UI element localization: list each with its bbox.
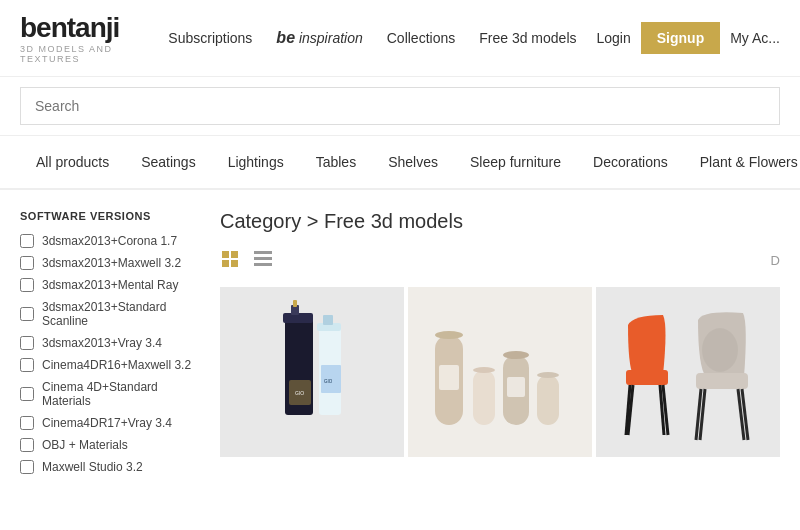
sidebar: SOFTWARE VERSIONS 3dsmax2013+Corona 1.73… [20, 210, 200, 482]
filter-item-c4dstandard[interactable]: Cinema 4D+Standard Materials [20, 380, 200, 408]
list-view-button[interactable] [252, 249, 274, 271]
filter-label-obj: OBJ + Materials [42, 438, 128, 452]
filter-label-mentalray: 3dsmax2013+Mental Ray [42, 278, 178, 292]
svg-rect-4 [254, 251, 272, 254]
filter-checkbox-maxwell32[interactable] [20, 256, 34, 270]
svg-rect-5 [254, 257, 272, 260]
sort-label: D [771, 253, 780, 268]
nav-be-inspiration[interactable]: be inspiration [276, 29, 362, 47]
product-card-chairs[interactable] [596, 287, 780, 457]
filters-container: 3dsmax2013+Corona 1.73dsmax2013+Maxwell … [20, 234, 200, 474]
product-card-candles[interactable] [408, 287, 592, 457]
filter-checkbox-vray34[interactable] [20, 336, 34, 350]
filter-item-corona17[interactable]: 3dsmax2013+Corona 1.7 [20, 234, 200, 248]
filter-label-maxwell32: 3dsmax2013+Maxwell 3.2 [42, 256, 181, 270]
main-nav: Subscriptions be inspiration Collections… [168, 29, 576, 47]
svg-rect-15 [323, 315, 333, 325]
filter-item-maxwell32[interactable]: 3dsmax2013+Maxwell 3.2 [20, 256, 200, 270]
filter-label-c4dr17vray: Cinema4DR17+Vray 3.4 [42, 416, 172, 430]
filter-item-maxwellstudio[interactable]: Maxwell Studio 3.2 [20, 460, 200, 474]
list-icon [254, 251, 272, 269]
filter-checkbox-mentalray[interactable] [20, 278, 34, 292]
filter-item-mentalray[interactable]: 3dsmax2013+Mental Ray [20, 278, 200, 292]
cat-decorations[interactable]: Decorations [577, 136, 684, 188]
product-card-perfume[interactable]: GIO GIO [220, 287, 404, 457]
product-grid: GIO GIO [220, 287, 780, 457]
content-area: SOFTWARE VERSIONS 3dsmax2013+Corona 1.73… [0, 190, 800, 502]
cat-seatings[interactable]: Seatings [125, 136, 211, 188]
svg-rect-6 [254, 263, 272, 266]
sidebar-title: SOFTWARE VERSIONS [20, 210, 200, 222]
my-account-button[interactable]: My Ac... [730, 30, 780, 46]
logo-block: bentanji 3D MODELS AND TEXTURES [20, 12, 138, 64]
logo[interactable]: bentanji [20, 12, 138, 44]
svg-text:GIO: GIO [324, 379, 333, 384]
svg-point-21 [473, 367, 495, 373]
product-area: Category > Free 3d models D [220, 210, 780, 482]
svg-rect-28 [626, 370, 668, 385]
header: bentanji 3D MODELS AND TEXTURES Subscrip… [0, 0, 800, 77]
svg-rect-26 [439, 365, 459, 390]
svg-rect-10 [293, 300, 297, 307]
breadcrumb: Category > Free 3d models [220, 210, 780, 233]
filter-item-c4dr16maxwell[interactable]: Cinema4DR16+Maxwell 3.2 [20, 358, 200, 372]
cat-lightings[interactable]: Lightings [212, 136, 300, 188]
filter-checkbox-c4dr17vray[interactable] [20, 416, 34, 430]
svg-rect-27 [507, 377, 525, 397]
filter-label-scanline: 3dsmax2013+Standard Scanline [42, 300, 200, 328]
grid-view-button[interactable] [220, 249, 242, 271]
filter-checkbox-c4dr16maxwell[interactable] [20, 358, 34, 372]
filter-item-c4dr17vray[interactable]: Cinema4DR17+Vray 3.4 [20, 416, 200, 430]
svg-rect-24 [537, 375, 559, 425]
logo-subtitle: 3D MODELS AND TEXTURES [20, 44, 138, 64]
filter-checkbox-obj[interactable] [20, 438, 34, 452]
search-input[interactable] [20, 87, 780, 125]
filter-item-obj[interactable]: OBJ + Materials [20, 438, 200, 452]
filter-checkbox-maxwellstudio[interactable] [20, 460, 34, 474]
filter-checkbox-corona17[interactable] [20, 234, 34, 248]
svg-rect-1 [231, 251, 238, 258]
svg-rect-0 [222, 251, 229, 258]
svg-rect-2 [222, 260, 229, 267]
perfume-image: GIO GIO [247, 295, 377, 450]
filter-item-vray34[interactable]: 3dsmax2013+Vray 3.4 [20, 336, 200, 350]
nav-collections[interactable]: Collections [387, 30, 455, 46]
filter-label-vray34: 3dsmax2013+Vray 3.4 [42, 336, 162, 350]
filter-checkbox-c4dstandard[interactable] [20, 387, 34, 401]
svg-point-25 [537, 372, 559, 378]
view-controls: D [220, 249, 780, 271]
svg-text:GIO: GIO [295, 390, 304, 396]
svg-rect-3 [231, 260, 238, 267]
nav-subscriptions[interactable]: Subscriptions [168, 30, 252, 46]
header-actions: Login Signup My Ac... [597, 22, 781, 54]
svg-rect-33 [696, 373, 748, 389]
cat-shelves[interactable]: Shelves [372, 136, 454, 188]
category-nav: All products Seatings Lightings Tables S… [0, 136, 800, 190]
grid-icon [222, 251, 240, 269]
svg-point-38 [702, 328, 738, 372]
cat-tables[interactable]: Tables [300, 136, 372, 188]
candles-image [425, 295, 575, 450]
filter-label-corona17: 3dsmax2013+Corona 1.7 [42, 234, 177, 248]
cat-sleep-furniture[interactable]: Sleep furniture [454, 136, 577, 188]
svg-point-23 [503, 351, 529, 359]
login-button[interactable]: Login [597, 30, 631, 46]
chairs-image [608, 295, 768, 450]
filter-label-maxwellstudio: Maxwell Studio 3.2 [42, 460, 143, 474]
nav-free-3d-models[interactable]: Free 3d models [479, 30, 576, 46]
cat-all-products[interactable]: All products [20, 136, 125, 188]
filter-label-c4dstandard: Cinema 4D+Standard Materials [42, 380, 200, 408]
signup-button[interactable]: Signup [641, 22, 720, 54]
cat-plant-flowers[interactable]: Plant & Flowers [684, 136, 800, 188]
svg-rect-20 [473, 370, 495, 425]
filter-item-scanline[interactable]: 3dsmax2013+Standard Scanline [20, 300, 200, 328]
filter-label-c4dr16maxwell: Cinema4DR16+Maxwell 3.2 [42, 358, 191, 372]
svg-point-19 [435, 331, 463, 339]
filter-checkbox-scanline[interactable] [20, 307, 34, 321]
search-bar [0, 77, 800, 136]
